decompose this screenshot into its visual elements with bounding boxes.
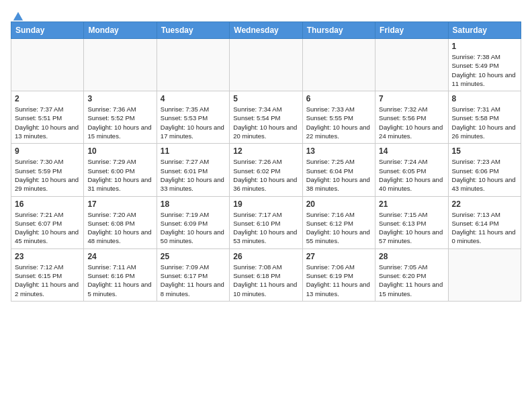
calendar-cell: 6Sunrise: 7:33 AM Sunset: 5:55 PM Daylig… <box>302 91 375 144</box>
day-header-monday: Monday <box>84 22 157 39</box>
day-number: 24 <box>87 252 152 261</box>
day-info: Sunrise: 7:05 AM Sunset: 6:20 PM Dayligh… <box>379 263 444 298</box>
day-info: Sunrise: 7:33 AM Sunset: 5:55 PM Dayligh… <box>306 105 371 140</box>
calendar-cell <box>448 248 521 301</box>
day-info: Sunrise: 7:36 AM Sunset: 5:52 PM Dayligh… <box>87 105 152 140</box>
calendar-cell: 8Sunrise: 7:31 AM Sunset: 5:58 PM Daylig… <box>448 91 521 144</box>
day-header-wednesday: Wednesday <box>230 22 302 39</box>
logo <box>11 11 24 19</box>
page-header <box>11 11 521 19</box>
svg-marker-0 <box>13 12 23 21</box>
day-info: Sunrise: 7:24 AM Sunset: 6:05 PM Dayligh… <box>379 157 444 193</box>
day-number: 9 <box>15 146 80 156</box>
calendar-cell <box>11 39 84 91</box>
day-info: Sunrise: 7:32 AM Sunset: 5:56 PM Dayligh… <box>379 105 444 140</box>
calendar-cell: 19Sunrise: 7:17 AM Sunset: 6:10 PM Dayli… <box>230 196 302 248</box>
day-header-sunday: Sunday <box>11 22 84 39</box>
day-info: Sunrise: 7:31 AM Sunset: 5:58 PM Dayligh… <box>452 105 517 140</box>
day-number: 1 <box>452 42 517 51</box>
calendar-cell: 7Sunrise: 7:32 AM Sunset: 5:56 PM Daylig… <box>375 91 448 144</box>
calendar-cell: 26Sunrise: 7:08 AM Sunset: 6:18 PM Dayli… <box>230 248 302 301</box>
day-number: 25 <box>161 252 226 261</box>
calendar-week-row: 1Sunrise: 7:38 AM Sunset: 5:49 PM Daylig… <box>11 39 521 91</box>
day-info: Sunrise: 7:25 AM Sunset: 6:04 PM Dayligh… <box>306 157 371 193</box>
day-info: Sunrise: 7:29 AM Sunset: 6:00 PM Dayligh… <box>87 157 152 193</box>
day-info: Sunrise: 7:30 AM Sunset: 5:59 PM Dayligh… <box>15 157 80 193</box>
calendar-cell: 23Sunrise: 7:12 AM Sunset: 6:15 PM Dayli… <box>11 248 84 301</box>
day-info: Sunrise: 7:38 AM Sunset: 5:49 PM Dayligh… <box>452 52 517 88</box>
calendar-cell: 11Sunrise: 7:27 AM Sunset: 6:01 PM Dayli… <box>157 144 229 196</box>
calendar-week-row: 9Sunrise: 7:30 AM Sunset: 5:59 PM Daylig… <box>11 144 521 196</box>
day-number: 19 <box>233 199 298 209</box>
day-number: 18 <box>161 199 226 209</box>
day-info: Sunrise: 7:11 AM Sunset: 6:16 PM Dayligh… <box>87 263 152 298</box>
calendar-cell: 2Sunrise: 7:37 AM Sunset: 5:51 PM Daylig… <box>11 91 84 144</box>
calendar-cell: 24Sunrise: 7:11 AM Sunset: 6:16 PM Dayli… <box>84 248 157 301</box>
calendar-cell <box>302 39 375 91</box>
calendar-week-row: 16Sunrise: 7:21 AM Sunset: 6:07 PM Dayli… <box>11 196 521 248</box>
day-info: Sunrise: 7:26 AM Sunset: 6:02 PM Dayligh… <box>233 157 298 193</box>
day-info: Sunrise: 7:27 AM Sunset: 6:01 PM Dayligh… <box>161 157 226 193</box>
day-header-tuesday: Tuesday <box>157 22 229 39</box>
day-number: 8 <box>452 94 517 103</box>
day-info: Sunrise: 7:16 AM Sunset: 6:12 PM Dayligh… <box>306 210 371 246</box>
day-info: Sunrise: 7:08 AM Sunset: 6:18 PM Dayligh… <box>233 263 298 298</box>
calendar-cell: 28Sunrise: 7:05 AM Sunset: 6:20 PM Dayli… <box>375 248 448 301</box>
day-number: 4 <box>161 94 226 103</box>
day-info: Sunrise: 7:15 AM Sunset: 6:13 PM Dayligh… <box>379 210 444 246</box>
calendar-cell <box>230 39 302 91</box>
calendar-cell: 12Sunrise: 7:26 AM Sunset: 6:02 PM Dayli… <box>230 144 302 196</box>
day-number: 26 <box>233 252 298 261</box>
day-number: 15 <box>452 146 517 156</box>
calendar-cell: 13Sunrise: 7:25 AM Sunset: 6:04 PM Dayli… <box>302 144 375 196</box>
day-number: 16 <box>15 199 80 209</box>
day-info: Sunrise: 7:34 AM Sunset: 5:54 PM Dayligh… <box>233 105 298 140</box>
day-info: Sunrise: 7:37 AM Sunset: 5:51 PM Dayligh… <box>15 105 80 140</box>
day-header-thursday: Thursday <box>302 22 375 39</box>
calendar-cell: 9Sunrise: 7:30 AM Sunset: 5:59 PM Daylig… <box>11 144 84 196</box>
day-info: Sunrise: 7:13 AM Sunset: 6:14 PM Dayligh… <box>452 210 517 246</box>
day-info: Sunrise: 7:19 AM Sunset: 6:09 PM Dayligh… <box>161 210 226 246</box>
day-number: 27 <box>306 252 371 261</box>
day-info: Sunrise: 7:23 AM Sunset: 6:06 PM Dayligh… <box>452 157 517 193</box>
calendar-cell: 1Sunrise: 7:38 AM Sunset: 5:49 PM Daylig… <box>448 39 521 91</box>
day-number: 22 <box>452 199 517 209</box>
day-number: 7 <box>379 94 444 103</box>
calendar-cell: 5Sunrise: 7:34 AM Sunset: 5:54 PM Daylig… <box>230 91 302 144</box>
calendar-cell: 17Sunrise: 7:20 AM Sunset: 6:08 PM Dayli… <box>84 196 157 248</box>
day-number: 10 <box>87 146 152 156</box>
calendar-cell: 3Sunrise: 7:36 AM Sunset: 5:52 PM Daylig… <box>84 91 157 144</box>
day-header-friday: Friday <box>375 22 448 39</box>
calendar-cell: 22Sunrise: 7:13 AM Sunset: 6:14 PM Dayli… <box>448 196 521 248</box>
day-info: Sunrise: 7:35 AM Sunset: 5:53 PM Dayligh… <box>161 105 226 140</box>
calendar-cell <box>375 39 448 91</box>
calendar-cell: 21Sunrise: 7:15 AM Sunset: 6:13 PM Dayli… <box>375 196 448 248</box>
day-number: 28 <box>379 252 444 261</box>
calendar-header-row: SundayMondayTuesdayWednesdayThursdayFrid… <box>11 22 521 39</box>
calendar-week-row: 2Sunrise: 7:37 AM Sunset: 5:51 PM Daylig… <box>11 91 521 144</box>
day-number: 3 <box>87 94 152 103</box>
day-info: Sunrise: 7:06 AM Sunset: 6:19 PM Dayligh… <box>306 263 371 298</box>
day-number: 12 <box>233 146 298 156</box>
day-info: Sunrise: 7:20 AM Sunset: 6:08 PM Dayligh… <box>87 210 152 246</box>
day-number: 20 <box>306 199 371 209</box>
calendar-cell: 14Sunrise: 7:24 AM Sunset: 6:05 PM Dayli… <box>375 144 448 196</box>
calendar-cell: 15Sunrise: 7:23 AM Sunset: 6:06 PM Dayli… <box>448 144 521 196</box>
calendar-cell: 16Sunrise: 7:21 AM Sunset: 6:07 PM Dayli… <box>11 196 84 248</box>
calendar-cell: 10Sunrise: 7:29 AM Sunset: 6:00 PM Dayli… <box>84 144 157 196</box>
day-number: 13 <box>306 146 371 156</box>
day-info: Sunrise: 7:17 AM Sunset: 6:10 PM Dayligh… <box>233 210 298 246</box>
day-info: Sunrise: 7:12 AM Sunset: 6:15 PM Dayligh… <box>15 263 80 298</box>
day-info: Sunrise: 7:09 AM Sunset: 6:17 PM Dayligh… <box>161 263 226 298</box>
calendar-cell: 27Sunrise: 7:06 AM Sunset: 6:19 PM Dayli… <box>302 248 375 301</box>
logo-icon <box>12 11 24 23</box>
day-number: 23 <box>15 252 80 261</box>
day-number: 6 <box>306 94 371 103</box>
day-number: 2 <box>15 94 80 103</box>
day-header-saturday: Saturday <box>448 22 521 39</box>
calendar-cell <box>84 39 157 91</box>
day-number: 21 <box>379 199 444 209</box>
calendar-cell: 18Sunrise: 7:19 AM Sunset: 6:09 PM Dayli… <box>157 196 229 248</box>
day-number: 14 <box>379 146 444 156</box>
calendar-cell <box>157 39 229 91</box>
